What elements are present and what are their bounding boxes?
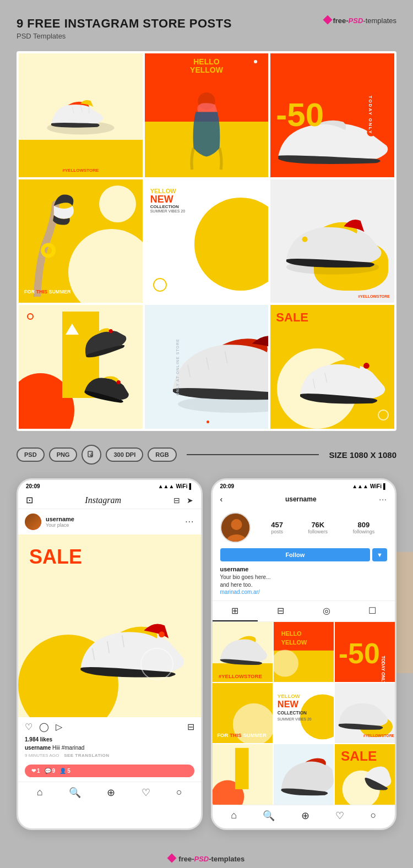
- svg-text:HELLO: HELLO: [281, 630, 301, 637]
- hashtag-6: #YELLOWSTORE: [358, 294, 390, 298]
- phone2-mockup: 20:09 ▲▲▲ WiFi ▌ ‹ username ···: [211, 478, 397, 830]
- like-icon[interactable]: ♡: [25, 722, 32, 732]
- tab-grid[interactable]: ⊞: [213, 601, 258, 621]
- follow-button[interactable]: Follow: [220, 548, 371, 561]
- phone1-caption: username Hiii #marinad: [18, 745, 201, 753]
- profile-name: username: [220, 566, 388, 572]
- phone2-profile-icon[interactable]: ○: [370, 810, 376, 821]
- grid-cell-7: [19, 305, 143, 429]
- pgc-svg-2: HELLO YELLOW: [274, 622, 334, 682]
- circle-outline-9: [378, 410, 389, 421]
- shoe-svg-6: [277, 185, 388, 297]
- format-divider: [187, 454, 319, 455]
- tab-tv[interactable]: ☐: [349, 601, 395, 621]
- profile-tabs: ⊞ ⊟ ◎ ☐: [213, 600, 395, 622]
- phone2-status-bar: 20:09 ▲▲▲ WiFi ▌: [213, 480, 395, 492]
- phone2-more-icon[interactable]: ···: [379, 495, 387, 504]
- shoe-svg-9: [295, 336, 394, 423]
- phone1-post-image: SALE: [18, 534, 201, 717]
- brand-diamond-icon: [323, 15, 333, 25]
- post-user-info: username Your place: [46, 516, 181, 528]
- svg-text:SUMMER VIBES 20: SUMMER VIBES 20: [277, 717, 311, 721]
- pgc-svg-5: YELLOW NEW COLLECTION SUMMER VIBES 20: [274, 683, 334, 743]
- comment-icon[interactable]: ◯: [39, 722, 49, 732]
- caption-username: username: [25, 745, 51, 751]
- sale-text-9: SALE: [276, 310, 308, 325]
- phone1-time: 9 MINUTES AGO SEE TRANSLATION: [18, 753, 201, 760]
- inbox-icon[interactable]: ⊟: [173, 496, 180, 505]
- follow-arrow-button[interactable]: ▼: [372, 548, 387, 561]
- big-yellow-circle-5: [194, 198, 269, 291]
- format-badges-row: PSD PNG 300 DPI RGB: [17, 445, 177, 465]
- bottom-profile-icon[interactable]: ○: [176, 787, 182, 798]
- hello-text: HELLO YELLOW: [190, 58, 223, 75]
- share-icon[interactable]: ▷: [56, 722, 62, 732]
- profile-grid-cell-1: #YELLOWSTORE: [213, 622, 273, 682]
- footer: free-PSD-templates: [17, 847, 396, 868]
- notif-people-icon: 👤: [59, 768, 66, 774]
- grid-cell-8: ONLY AT ONLINE STORE: [145, 305, 269, 429]
- camera-icon[interactable]: ⊡: [26, 495, 33, 505]
- svg-point-6: [43, 245, 54, 256]
- shoe-image-1: [31, 78, 130, 152]
- page-header: 9 FREE INSTAGRAM STORE POSTS PSD Templat…: [17, 17, 396, 40]
- back-icon[interactable]: ‹: [220, 495, 223, 504]
- send-icon[interactable]: ➤: [187, 496, 193, 505]
- avatar-svg: [221, 514, 251, 543]
- phone1-status-icons: ▲▲▲ WiFi ▌: [158, 483, 193, 489]
- phone2-profile: 457 posts 76K followers 809 followings: [213, 507, 395, 600]
- svg-text:YELLOW: YELLOW: [281, 639, 307, 646]
- profile-stats: 457 posts 76K followers 809 followings: [259, 521, 388, 534]
- battery-icon-2: ▌: [383, 483, 387, 489]
- profile-grid-cell-2: HELLO YELLOW: [274, 622, 334, 682]
- badge-psd: PSD: [17, 447, 45, 462]
- avatar-image: [25, 514, 41, 530]
- instagram-logo: Instagram: [85, 495, 121, 505]
- post-more-icon[interactable]: ···: [185, 517, 194, 527]
- phone1-nav-icons: ⊟ ➤: [173, 496, 193, 505]
- post-username[interactable]: username: [46, 516, 181, 522]
- phone2-status-icons: ▲▲▲ WiFi ▌: [352, 483, 387, 489]
- svg-text:YELLOW: YELLOW: [277, 693, 300, 699]
- svg-rect-43: [235, 748, 248, 789]
- svg-point-14: [159, 632, 165, 638]
- bottom-heart-icon[interactable]: ♡: [142, 787, 150, 799]
- phone2-search-icon[interactable]: 🔍: [263, 810, 275, 822]
- follow-row: Follow ▼: [220, 548, 388, 561]
- bottom-search-icon[interactable]: 🔍: [69, 787, 81, 799]
- post-circle-outline: [140, 648, 173, 681]
- svg-text:TODAY ONLY: TODAY ONLY: [380, 656, 385, 682]
- bottom-home-icon[interactable]: ⌂: [37, 787, 43, 798]
- for-text: FOR THIS SUMMER: [24, 289, 71, 294]
- tab-mentions[interactable]: ◎: [303, 601, 349, 621]
- grid-cell-6: #YELLOWSTORE: [270, 179, 394, 303]
- profile-grid-cell-9: SALE: [335, 744, 395, 804]
- phone1-nav: ⊡ Instagram ⊟ ➤: [18, 492, 201, 509]
- phone2-heart-icon[interactable]: ♡: [335, 810, 344, 822]
- pgc-svg-1: #YELLOWSTORE: [213, 622, 273, 682]
- notification-bar: ❤ 1 💬 9 👤 5: [25, 765, 194, 777]
- svg-text:FOR THIS SUMMER: FOR THIS SUMMER: [217, 732, 267, 738]
- phone2-add-icon[interactable]: ⊕: [301, 810, 309, 822]
- profile-grid-cell-4: FOR THIS SUMMER: [213, 683, 273, 743]
- collection-text: YELLOW NEW COLLECTION SUMMER VIBES 20: [150, 188, 185, 213]
- signal-icon-2: ▲▲▲: [352, 483, 368, 489]
- bookmark-icon[interactable]: ⊟: [187, 722, 194, 732]
- profile-link[interactable]: marinad.com.ar/: [220, 589, 388, 595]
- profile-grid-cell-8: [274, 744, 334, 804]
- phone2-home-icon[interactable]: ⌂: [231, 810, 237, 821]
- profile-avatar: [220, 512, 251, 543]
- notif-heart: ❤ 1: [31, 768, 40, 774]
- person-svg: [170, 90, 244, 177]
- notif-heart-icon: ❤: [31, 768, 36, 774]
- grid-cell-4: FOR THIS SUMMER: [19, 179, 143, 303]
- profile-grid-cell-5: YELLOW NEW COLLECTION SUMMER VIBES 20: [274, 683, 334, 743]
- bottom-add-icon[interactable]: ⊕: [107, 787, 115, 799]
- badge-export-icon: [81, 445, 101, 465]
- phone1-likes: 1.984 likes: [18, 736, 201, 745]
- pgc-svg-3: -50 TODAY ONLY: [335, 622, 395, 682]
- tab-tag[interactable]: ⊟: [258, 601, 303, 621]
- arm-shoe-svg: [25, 185, 86, 297]
- phone2-bottom-nav: ⌂ 🔍 ⊕ ♡ ○: [213, 805, 395, 828]
- badge-dpi: 300 DPI: [106, 447, 143, 462]
